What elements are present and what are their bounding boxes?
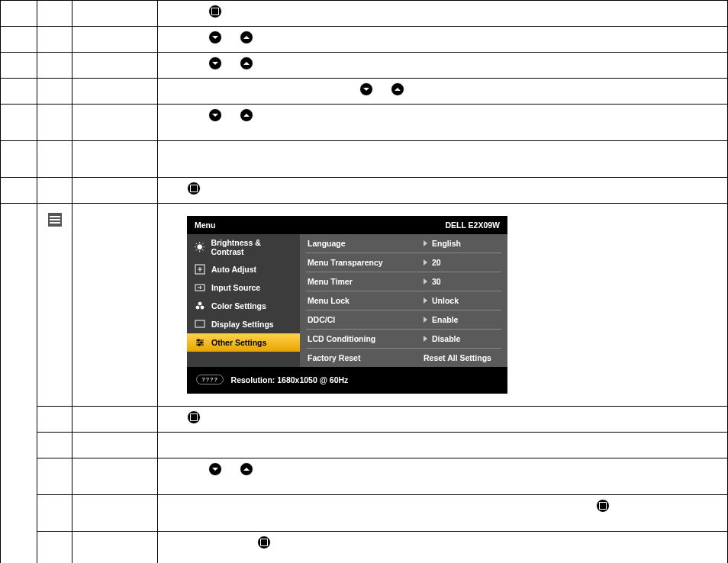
osd-row-value: English (432, 239, 461, 248)
osd-footer-badge: ???? (196, 375, 224, 384)
svg-rect-22 (198, 344, 200, 346)
osd-title: Menu (195, 220, 215, 230)
osd-nav-input-source[interactable]: Input Source (187, 278, 300, 297)
triangle-right-icon (424, 298, 427, 304)
osd-nav-other-settings[interactable]: Other Settings (187, 333, 300, 352)
triangle-right-icon (424, 278, 427, 285)
osd-menu: Menu DELL E2X09W Brightness & Contrast A… (187, 216, 507, 394)
color-settings-icon (195, 301, 205, 311)
down-icon (208, 31, 222, 44)
down-icon (359, 82, 373, 96)
select-icon (187, 182, 201, 195)
other-settings-icon (195, 337, 205, 348)
display-settings-icon (195, 319, 205, 330)
osd-settings-panel: Language English Menu Transparency 20 Me… (300, 234, 507, 367)
osd-row-value: Disable (432, 334, 460, 343)
down-icon (208, 56, 222, 70)
up-icon (240, 108, 253, 122)
osd-nav-label: Display Settings (211, 320, 274, 329)
triangle-right-icon (424, 259, 427, 265)
osd-row-label: LCD Conditioning (308, 334, 375, 343)
triangle-right-icon (424, 240, 427, 246)
osd-row-value: 30 (432, 277, 441, 286)
svg-rect-16 (195, 320, 205, 327)
osd-nav-auto-adjust[interactable]: Auto Adjust (187, 260, 300, 278)
select-icon (187, 410, 201, 424)
svg-point-0 (198, 245, 202, 249)
svg-line-7 (196, 249, 197, 250)
osd-row-menu-lock[interactable]: Menu Lock Unlock (306, 291, 501, 310)
osd-nav-label: Other Settings (211, 338, 266, 347)
osd-nav-display-settings[interactable]: Display Settings (187, 315, 300, 333)
osd-row-value: Reset All Settings (424, 353, 491, 362)
osd-resolution: Resolution: 1680x1050 @ 60Hz (231, 375, 349, 384)
svg-line-8 (202, 243, 203, 244)
osd-row-menu-transparency[interactable]: Menu Transparency 20 (306, 253, 501, 272)
osd-nav-label: Auto Adjust (211, 265, 256, 274)
osd-nav-label: Brightness & Contrast (211, 238, 292, 256)
select-icon (596, 499, 610, 513)
svg-point-13 (198, 302, 201, 305)
osd-row-ddc-ci[interactable]: DDC/CI Enable (306, 310, 501, 330)
osd-row-label: Menu Lock (308, 296, 350, 305)
triangle-right-icon (424, 317, 427, 323)
up-icon (240, 31, 253, 44)
down-icon (208, 462, 222, 476)
up-icon (391, 82, 404, 96)
osd-model: DELL E2X09W (445, 220, 500, 230)
settings-sliders-icon (48, 213, 62, 227)
osd-nav-brightness-contrast[interactable]: Brightness & Contrast (187, 234, 300, 260)
osd-row-value: Enable (432, 315, 458, 324)
up-icon (240, 462, 253, 476)
osd-row-label: DDC/CI (308, 315, 335, 324)
osd-row-label: Factory Reset (308, 353, 360, 362)
osd-row-label: Menu Timer (308, 277, 353, 286)
osd-row-menu-timer[interactable]: Menu Timer 30 (306, 272, 501, 291)
osd-row-language[interactable]: Language English (306, 234, 501, 253)
osd-row-label: Language (308, 239, 346, 248)
down-icon (208, 108, 222, 122)
osd-nav-color-settings[interactable]: Color Settings (187, 297, 300, 315)
select-icon (208, 5, 222, 18)
input-source-icon (195, 282, 205, 293)
triangle-right-icon (424, 336, 427, 342)
osd-row-factory-reset[interactable]: Factory Reset Reset All Settings (306, 349, 501, 367)
svg-rect-20 (198, 339, 199, 341)
osd-nav: Brightness & Contrast Auto Adjust Input … (187, 234, 300, 367)
svg-line-5 (196, 243, 197, 244)
osd-nav-label: Color Settings (211, 301, 266, 310)
osd-row-lcd-conditioning[interactable]: LCD Conditioning Disable (306, 330, 501, 349)
osd-row-label: Menu Transparency (308, 258, 383, 267)
svg-point-15 (201, 306, 204, 309)
up-icon (240, 56, 253, 70)
svg-line-6 (202, 249, 203, 250)
auto-adjust-icon (195, 264, 205, 275)
osd-row-value: Unlock (432, 296, 459, 305)
osd-nav-label: Input Source (211, 283, 260, 292)
osd-row-value: 20 (432, 258, 441, 267)
brightness-icon (195, 242, 205, 253)
svg-rect-21 (201, 342, 202, 343)
select-icon (257, 536, 271, 549)
svg-point-14 (196, 306, 199, 309)
